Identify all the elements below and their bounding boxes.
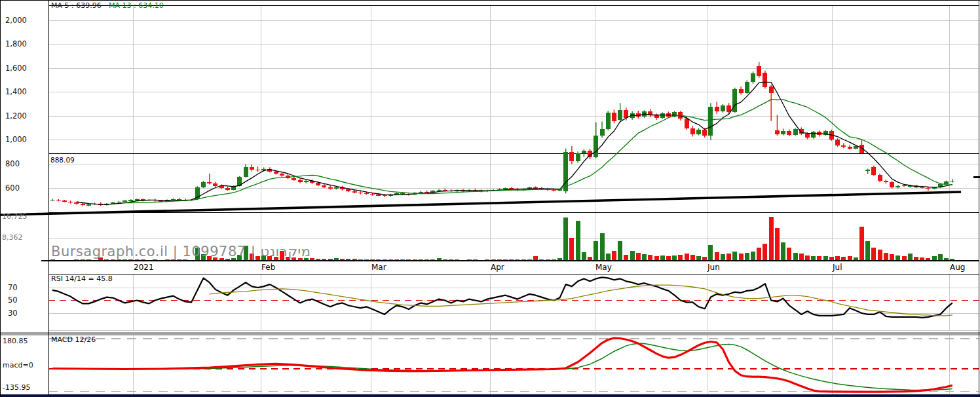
price-axis-label: 1,800 — [5, 40, 27, 48]
candlesticks — [50, 62, 955, 206]
price-axis-label: 2,000 — [5, 16, 27, 24]
rsi-axis-label: 50 — [8, 296, 18, 304]
chart-canvas[interactable] — [0, 0, 980, 397]
x-axis-label: Mar — [371, 263, 386, 271]
x-axis-label: Feb — [261, 263, 275, 271]
x-axis-label: Jul — [833, 263, 842, 271]
price-axis-label: 1,600 — [5, 64, 27, 72]
rsi-line — [52, 277, 952, 317]
x-axis-label: 2021 — [134, 263, 154, 271]
watermark-text: Bursagraph.co.il | 1099787 | מיקרונט — [51, 248, 311, 255]
price-axis-label: 1,200 — [5, 112, 27, 120]
macd-indicator-label: MACD 12/26 — [51, 336, 96, 344]
price-axis-label: 1,000 — [5, 136, 27, 143]
x-axis-label: Apr — [491, 263, 504, 271]
rsi-indicator-label: RSI 14/14 = 45.8 — [51, 275, 113, 283]
chart-application: MA 5 : 639.96 MA 13 : 634.10 888.09 Burs… — [0, 0, 980, 397]
macd-axis-label: -135.95 — [3, 384, 30, 392]
volume-axis-label: 16,725 — [2, 213, 28, 221]
ma13-line — [125, 100, 952, 203]
price-axis-label: 800 — [5, 160, 20, 168]
macd-signal-line — [52, 343, 952, 390]
macd-zero-label: macd=0 — [3, 362, 33, 369]
ma5-value-label: MA 5 : 639.96 — [51, 2, 102, 10]
reference-price-label: 888.09 — [50, 156, 75, 164]
x-axis-label: Jun — [707, 263, 720, 271]
volume-axis-label: 8,362 — [2, 234, 23, 242]
ma5-line — [77, 82, 952, 204]
x-axis-label: Aug — [950, 263, 965, 271]
price-axis-label: 600 — [5, 184, 20, 192]
macd-line — [52, 338, 952, 392]
macd-axis-label: 180.85 — [3, 337, 28, 345]
price-axis-label: 1,400 — [5, 88, 27, 96]
x-axis-label: May — [595, 263, 612, 271]
rsi-axis-label: 30 — [8, 309, 18, 317]
rsi-axis-label: 70 — [8, 284, 18, 292]
ma13-value-label: MA 13 : 634.10 — [109, 2, 164, 10]
